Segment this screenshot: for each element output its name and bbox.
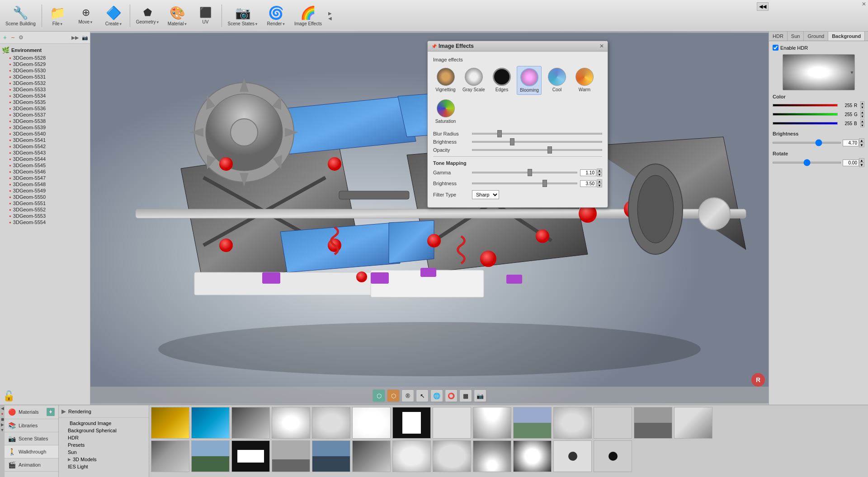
toolbar-geometry[interactable]: ⬟ Geometry ▼ — [132, 5, 163, 26]
effect-vignetting[interactable]: Vignetting — [433, 66, 458, 95]
toolbar-move[interactable]: ⊕ Move ▼ — [72, 5, 99, 26]
list-item[interactable]: ●3DGeom-5529 — [0, 61, 90, 67]
thumbnail-7[interactable] — [392, 407, 431, 439]
thumbnail-14[interactable] — [674, 407, 712, 439]
toolbar-file[interactable]: 📁 File ▼ — [44, 4, 71, 28]
rotate-up[interactable]: ▲ — [859, 158, 864, 163]
right-panel-close-button[interactable]: ✕ — [862, 1, 866, 7]
thumbnail-20[interactable] — [352, 440, 391, 472]
viewport-btn-8[interactable]: 📷 — [474, 389, 486, 402]
list-item[interactable]: ●3DGeom-5531 — [0, 74, 90, 80]
thumbnail-3[interactable] — [231, 407, 270, 439]
color-b-up[interactable]: ▲ — [860, 119, 864, 123]
brightness-hdr-up[interactable]: ▲ — [859, 138, 864, 143]
toolbar-image-effects[interactable]: 🌈 Image Effects — [291, 4, 326, 28]
list-item[interactable]: ●3DGeom-5533 — [0, 86, 90, 93]
camera-button[interactable]: 📷 — [82, 35, 88, 41]
tree-background-spherical[interactable]: Background Spherical — [61, 427, 147, 434]
brightness-increment-button[interactable]: ▲ — [597, 179, 602, 183]
toolbar-render[interactable]: 🌀 Render ▼ — [263, 4, 290, 28]
tab-sun[interactable]: Sun — [788, 32, 804, 41]
side-btn-5[interactable]: ▼ — [0, 428, 5, 432]
gamma-decrement-button[interactable]: ▼ — [597, 173, 602, 177]
thumbnail-17[interactable] — [231, 440, 270, 472]
collapse-button[interactable]: ▶▶ — [71, 35, 79, 41]
viewport-btn-2[interactable]: ⬡ — [387, 389, 400, 402]
side-btn-3[interactable]: ◼ — [1, 417, 4, 421]
gamma-slider[interactable] — [472, 172, 577, 173]
viewport-btn-6[interactable]: ⭕ — [445, 389, 458, 402]
add-scene-item-button[interactable]: + — [2, 33, 8, 42]
list-item[interactable]: ●3DGeom-5536 — [0, 105, 90, 112]
toolbar-scene-building[interactable]: 🔧 Scene Building — [2, 4, 39, 28]
tree-presets[interactable]: Presets — [61, 441, 147, 449]
remove-scene-item-button[interactable]: − — [9, 33, 16, 42]
thumbnail-22[interactable] — [433, 440, 471, 472]
thumbnail-23[interactable] — [473, 440, 511, 472]
list-item[interactable]: ●3DGeom-5545 — [0, 162, 90, 168]
toolbar-scene-states[interactable]: 📷 Scene States ▼ — [224, 4, 262, 28]
toolbar-create[interactable]: 🔷 Create ▼ — [100, 4, 127, 28]
tab-hdr[interactable]: HDR — [769, 32, 788, 41]
enable-hdr-checkbox[interactable] — [773, 45, 778, 51]
list-item[interactable]: ●3DGeom-5544 — [0, 156, 90, 162]
effect-warm[interactable]: Warm — [572, 66, 597, 95]
list-item[interactable]: ●3DGeom-5551 — [0, 200, 90, 206]
brightness-tm-slider[interactable] — [472, 182, 577, 184]
toolbar-uv[interactable]: ⬛ UV — [192, 5, 219, 26]
viewport-btn-3[interactable]: ® — [401, 389, 414, 402]
list-item[interactable]: ●3DGeom-5534 — [0, 93, 90, 99]
thumbnail-26[interactable] — [594, 440, 632, 472]
color-g-up[interactable]: ▲ — [860, 110, 864, 114]
thumbnail-6[interactable] — [352, 407, 391, 439]
list-item[interactable]: ●3DGeom-5540 — [0, 131, 90, 137]
side-btn-1[interactable]: ◀ — [1, 406, 4, 411]
r-button[interactable]: R — [751, 373, 765, 387]
viewport-btn-4[interactable]: ↖ — [416, 389, 429, 402]
tab-walkthrough[interactable]: 🚶 Walkthrough — [5, 445, 58, 458]
tree-root-environment[interactable]: 🌿 Environment — [0, 46, 90, 55]
rotate-slider[interactable] — [773, 162, 841, 164]
list-item[interactable]: ●3DGeom-5543 — [0, 150, 90, 156]
tab-ground[interactable]: Ground — [804, 32, 828, 41]
tree-ies-light[interactable]: IES Light — [61, 463, 147, 470]
list-item[interactable]: ●3DGeom-5535 — [0, 99, 90, 105]
list-item[interactable]: ●3DGeom-5538 — [0, 118, 90, 124]
brightness-decrement-button[interactable]: ▼ — [597, 183, 602, 187]
tab-background[interactable]: Background — [828, 32, 865, 41]
thumbnail-1[interactable] — [151, 407, 189, 439]
rotate-down[interactable]: ▼ — [859, 163, 864, 167]
thumbnail-19[interactable] — [312, 440, 350, 472]
tab-materials[interactable]: 🔴 Materials + — [5, 405, 58, 419]
lock-icon[interactable]: 🔓 — [3, 390, 15, 402]
side-btn-4[interactable]: ▶ — [1, 422, 4, 427]
list-item[interactable]: ●3DGeom-5549 — [0, 187, 90, 194]
list-item[interactable]: ●3DGeom-5532 — [0, 80, 90, 86]
effect-saturation[interactable]: Saturation — [433, 98, 458, 126]
tab-animation[interactable]: 🎬 Animation — [5, 458, 58, 472]
color-r-up[interactable]: ▲ — [860, 101, 864, 105]
viewport-btn-5[interactable]: 🌐 — [430, 389, 443, 402]
list-item[interactable]: ●3DGeom-5539 — [0, 124, 90, 131]
tab-libraries[interactable]: 📚 Libraries — [5, 419, 58, 432]
thumbnail-8[interactable] — [433, 407, 471, 439]
list-item[interactable]: ●3DGeom-5553 — [0, 213, 90, 219]
list-item[interactable]: ●3DGeom-5554 — [0, 219, 90, 225]
brightness-slider[interactable] — [472, 141, 602, 143]
tree-3d-models[interactable]: ▶ 3D Models — [61, 456, 147, 463]
thumbnail-21[interactable] — [392, 440, 431, 472]
thumbnail-15[interactable] — [151, 440, 189, 472]
color-b-down[interactable]: ▼ — [860, 123, 864, 127]
thumbnail-10[interactable] — [513, 407, 552, 439]
brightness-hdr-slider[interactable] — [773, 142, 841, 144]
effect-cool[interactable]: Cool — [544, 66, 569, 95]
side-btn-2[interactable]: ● — [1, 412, 3, 416]
thumbnail-25[interactable] — [553, 440, 592, 472]
thumbnail-24[interactable] — [513, 440, 552, 472]
list-item[interactable]: ●3DGeom-5530 — [0, 67, 90, 74]
thumbnail-12[interactable] — [594, 407, 632, 439]
effect-edges[interactable]: Edges — [489, 66, 514, 95]
brightness-hdr-down[interactable]: ▼ — [859, 143, 864, 147]
toolbar-material[interactable]: 🎨 Material ▼ — [164, 4, 191, 28]
thumbnail-18[interactable] — [272, 440, 310, 472]
